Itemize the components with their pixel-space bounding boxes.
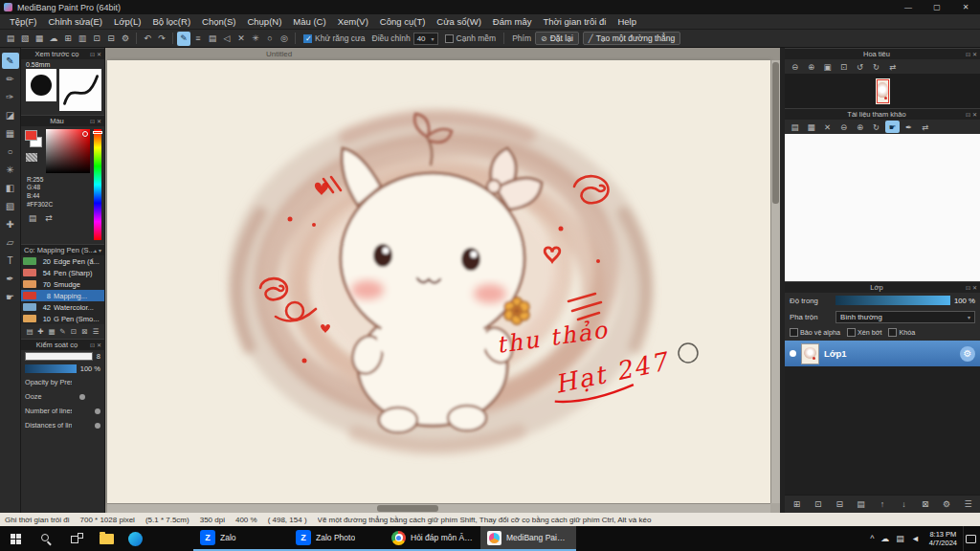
antialias-toggle[interactable]: Khử răng cưa xyxy=(303,33,366,43)
slider-knob[interactable] xyxy=(95,408,100,414)
cross-lines-icon[interactable]: ✕ xyxy=(234,32,248,46)
horizontal-scroll-thumb[interactable] xyxy=(377,505,438,512)
navigator-thumbnail[interactable] xyxy=(876,78,890,104)
bucket-tool[interactable]: ◧ xyxy=(2,180,19,196)
blend-mode-select[interactable]: Bình thường ▾ xyxy=(835,311,975,323)
antialias-checkbox[interactable] xyxy=(303,34,312,43)
tray-chevron-icon[interactable]: ^ xyxy=(870,534,874,543)
layer-up-icon[interactable]: ↑ xyxy=(877,497,889,511)
taskbar-app-chrome[interactable]: Hỏi đáp môn Âm n... xyxy=(385,526,480,551)
menu-item[interactable]: Chọn(S) xyxy=(196,16,241,27)
move-tool[interactable]: ✚ xyxy=(2,216,19,232)
tray-cloud-icon[interactable]: ☁ xyxy=(880,534,889,543)
menu-item[interactable]: Tệp(F) xyxy=(4,16,43,27)
menu-item[interactable]: Đám mây xyxy=(487,16,538,27)
search-button[interactable] xyxy=(31,526,61,551)
save-icon[interactable]: ▦ xyxy=(33,32,46,46)
undo-button[interactable]: ↶ xyxy=(141,32,154,46)
collapse-icon[interactable]: ⊡ xyxy=(90,51,95,57)
airbrush-tool[interactable]: ✑ xyxy=(2,89,19,105)
canvas-artwork[interactable]: thu thảo Hạt 247 xyxy=(107,60,770,503)
cloud-save-icon[interactable]: ☁ xyxy=(47,32,60,46)
merge-layer-icon[interactable]: ⊟ xyxy=(834,497,846,511)
pencil-tool[interactable]: ✏ xyxy=(2,71,19,87)
layer-gear-icon[interactable]: ⚙ xyxy=(960,346,975,362)
hue-slider[interactable] xyxy=(94,129,101,240)
radial-lines-icon[interactable]: ✳ xyxy=(249,32,262,46)
menu-item[interactable]: Xem(V) xyxy=(332,16,374,27)
minimize-button[interactable]: — xyxy=(894,0,923,14)
collapse-icon[interactable]: ⊡ xyxy=(966,51,970,57)
rotate-left-icon[interactable]: ↺ xyxy=(853,60,867,73)
brush-item[interactable]: 8 Mapping... xyxy=(21,290,104,301)
saturation-value-picker[interactable] xyxy=(46,129,90,173)
menu-item[interactable]: Chụp(N) xyxy=(241,16,287,27)
close-icon[interactable]: ✕ xyxy=(972,51,977,57)
eraser-tool[interactable]: ◪ xyxy=(2,107,19,123)
document-tab[interactable]: Untitled xyxy=(105,48,780,60)
alpha-protect-option[interactable]: Bảo vệ alpha xyxy=(790,328,840,337)
menu-item[interactable]: Chỉnh sửa(E) xyxy=(43,16,109,27)
canvas-area[interactable]: Untitled xyxy=(105,48,780,513)
lock-option[interactable]: Khóa xyxy=(888,328,915,337)
collapse-icon[interactable]: ⊡ xyxy=(966,284,970,291)
layer-opacity-slider[interactable] xyxy=(835,296,950,305)
paste-icon[interactable]: ⊟ xyxy=(104,32,118,46)
brush-save-icon[interactable]: ▦ xyxy=(47,326,56,337)
collapse-icon[interactable]: ⊡ xyxy=(90,342,95,348)
color-sliders-icon[interactable]: ▤ xyxy=(26,210,39,225)
clock[interactable]: 8:13 PM 4/7/2024 xyxy=(924,530,963,548)
eyedropper-tool[interactable]: ✒ xyxy=(2,271,19,287)
ref-zoom-in-icon[interactable]: ⊕ xyxy=(853,121,867,133)
control-ooze[interactable]: Ooze xyxy=(21,389,104,404)
foreground-color-swatch[interactable] xyxy=(25,130,37,141)
menu-item[interactable]: Công cụ(T) xyxy=(374,16,432,27)
delete-layer-icon[interactable]: ⊠ xyxy=(919,497,931,511)
option-checkbox[interactable] xyxy=(888,328,897,337)
layer-menu-icon[interactable]: ☰ xyxy=(962,497,974,511)
magic-wand-tool[interactable]: ✳ xyxy=(2,162,19,178)
zoom-100-icon[interactable]: ⊡ xyxy=(836,60,851,73)
transform-tool[interactable]: ▱ xyxy=(2,234,19,251)
slider-knob[interactable] xyxy=(95,423,100,429)
ref-open-icon[interactable]: ▤ xyxy=(788,121,802,133)
layer-settings-icon[interactable]: ⚙ xyxy=(941,497,953,511)
ref-rotate-icon[interactable]: ↻ xyxy=(869,121,883,133)
print-icon[interactable]: ▥ xyxy=(76,32,89,46)
zoom-out-icon[interactable]: ⊖ xyxy=(788,60,802,73)
transparent-color-swatch[interactable] xyxy=(26,153,37,162)
perspective-icon[interactable]: ◁ xyxy=(220,32,234,46)
option-checkbox[interactable] xyxy=(790,328,798,337)
close-icon[interactable]: ✕ xyxy=(97,342,101,348)
ref-hand-icon[interactable]: ☛ xyxy=(885,121,900,133)
control-number-of-lines[interactable]: Number of lines xyxy=(21,404,104,418)
grid-lines-icon[interactable]: ▤ xyxy=(206,32,219,46)
document-canvas[interactable]: thu thảo Hạt 247 xyxy=(107,60,770,503)
add-layer-icon[interactable]: ⊞ xyxy=(791,497,803,511)
ref-eyedropper-icon[interactable]: ✒ xyxy=(902,121,916,133)
chevron-down-icon[interactable]: ▾ xyxy=(432,35,434,42)
copy-icon[interactable]: ⊡ xyxy=(90,32,103,46)
menu-item[interactable]: Màu (C) xyxy=(287,16,331,27)
menu-item[interactable]: Lớp(L) xyxy=(108,16,146,27)
export-icon[interactable]: ⊞ xyxy=(61,32,75,46)
close-icon[interactable]: ✕ xyxy=(97,118,101,124)
flip-icon[interactable]: ⇄ xyxy=(885,60,900,73)
brush-menu-icon[interactable]: ☰ xyxy=(91,326,100,337)
start-button[interactable] xyxy=(0,526,31,551)
taskbar-app-medibang[interactable]: MediBang Paint Pro... xyxy=(480,526,576,551)
visibility-icon[interactable] xyxy=(790,350,796,357)
soft-edge-checkbox[interactable] xyxy=(445,34,454,43)
layer-row-lop1[interactable]: Lớp1 ⚙ xyxy=(785,341,980,366)
close-icon[interactable]: ✕ xyxy=(972,111,977,118)
menu-item[interactable]: Bộ lọc(R) xyxy=(146,16,196,27)
freehand-tool-icon[interactable]: ✎ xyxy=(177,32,190,46)
new-canvas-icon[interactable]: ▤ xyxy=(4,32,17,46)
chevron-up-icon[interactable]: ▴ xyxy=(94,247,97,253)
ellipse-guide-icon[interactable]: ○ xyxy=(263,32,277,46)
reference-content[interactable] xyxy=(785,134,980,281)
close-icon[interactable]: ✕ xyxy=(972,284,977,291)
text-tool[interactable]: T xyxy=(2,253,19,269)
brush-item[interactable]: 42 Watercolor... xyxy=(21,301,104,313)
vertical-scrollbar[interactable] xyxy=(770,60,780,503)
